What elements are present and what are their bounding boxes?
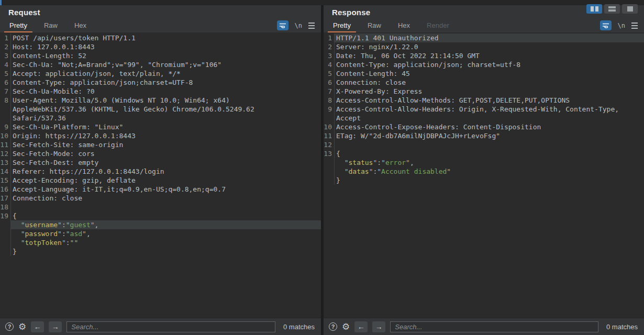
side-by-side-layout-button[interactable] — [586, 4, 602, 14]
line-text: Connection: close — [335, 78, 644, 87]
line-number: 7 — [324, 87, 335, 96]
word-wrap-toggle-button[interactable] — [277, 20, 288, 30]
help-icon[interactable]: ? — [329, 322, 337, 331]
previous-match-button[interactable]: ← — [31, 321, 44, 332]
request-panel-title: Request — [8, 8, 40, 17]
line-text — [335, 140, 644, 149]
request-tab-raw[interactable]: Raw — [39, 19, 63, 32]
previous-match-button[interactable]: ← — [354, 321, 368, 332]
line-number: 16 — [0, 185, 11, 194]
view-layout-switcher — [586, 4, 638, 14]
code-line: 8Access-Control-Allow-Methods: GET,POST,… — [324, 96, 644, 105]
request-tabs: Pretty Raw Hex \n — [0, 19, 321, 32]
line-number: 2 — [324, 42, 335, 51]
editor-menu-icon[interactable] — [308, 23, 315, 29]
line-text: "datas":"Account disabled" — [335, 167, 644, 176]
response-tab-raw[interactable]: Raw — [362, 19, 386, 32]
line-text: Sec-Fetch-Dest: empty — [11, 158, 321, 167]
response-tab-hex[interactable]: Hex — [393, 19, 415, 32]
newline-toggle[interactable]: \n — [295, 22, 302, 29]
line-number: 3 — [0, 51, 11, 60]
line-text: POST /api/users/token HTTP/1.1 — [11, 34, 321, 42]
line-number: 12 — [0, 149, 11, 158]
line-number — [324, 176, 335, 185]
line-text: Sec-Ch-Ua-Mobile: ?0 — [11, 87, 321, 96]
code-line: 12 — [324, 140, 644, 149]
code-line: 3Content-Length: 52 — [0, 51, 321, 60]
response-search-input[interactable] — [390, 321, 598, 332]
line-number: 6 — [324, 78, 335, 87]
stacked-layout-button[interactable] — [604, 4, 620, 14]
editor-menu-icon[interactable] — [631, 23, 638, 29]
line-number: 5 — [324, 69, 335, 78]
single-layout-button[interactable] — [622, 4, 638, 14]
line-number — [0, 220, 11, 229]
line-number — [0, 105, 11, 114]
search-settings-gear-icon[interactable]: ⚙ — [342, 322, 350, 331]
code-line: "datas":"Account disabled" — [324, 167, 644, 176]
line-number: 10 — [0, 131, 11, 140]
line-number: 13 — [324, 149, 335, 158]
line-number: 10 — [324, 122, 335, 131]
line-number — [324, 158, 335, 167]
line-text: Connection: close — [11, 194, 321, 203]
next-match-button[interactable]: → — [372, 321, 385, 332]
line-number: 9 — [324, 105, 335, 114]
line-text: Server: nginx/1.22.0 — [335, 42, 644, 51]
code-line: 2Host: 127.0.0.1:8443 — [0, 42, 321, 51]
line-text: Date: Thu, 06 Oct 2022 21:14:50 GMT — [335, 51, 644, 60]
code-line: "status":"error", — [324, 158, 644, 167]
word-wrap-toggle-button[interactable] — [600, 20, 612, 30]
code-line: 7Sec-Ch-Ua-Mobile: ?0 — [0, 87, 321, 96]
code-line: 5Accept: application/json, text/plain, *… — [0, 69, 321, 78]
request-editor[interactable]: 1POST /api/users/token HTTP/1.12Host: 12… — [0, 32, 321, 318]
line-text: Accept-Encoding: gzip, deflate — [11, 176, 321, 185]
response-panel: Response Pretty Raw Hex Render \n — [324, 5, 644, 335]
response-tabs: Pretty Raw Hex Render \n — [324, 19, 644, 32]
line-number: 4 — [324, 60, 335, 69]
line-number — [0, 114, 11, 122]
request-panel: Request Pretty Raw Hex \n — [0, 5, 321, 335]
search-settings-gear-icon[interactable]: ⚙ — [18, 322, 26, 331]
line-text: Referer: https://127.0.0.1:8443/login — [11, 167, 321, 176]
response-tab-render[interactable]: Render — [421, 19, 454, 32]
line-text: Content-Type: application/json;charset=U… — [11, 78, 321, 87]
code-line: 7X-Powered-By: Express — [324, 87, 644, 96]
request-tab-pretty[interactable]: Pretty — [4, 19, 32, 32]
line-text: "status":"error", — [335, 158, 644, 167]
code-line: 12Sec-Fetch-Mode: cors — [0, 149, 321, 158]
line-number: 5 — [0, 69, 11, 78]
code-line: 3Date: Thu, 06 Oct 2022 21:14:50 GMT — [324, 51, 644, 60]
line-text: Accept: application/json, text/plain, */… — [11, 69, 321, 78]
line-text: Sec-Ch-Ua: "Not;A=Brand";v="99", "Chromi… — [11, 60, 321, 69]
help-icon[interactable]: ? — [5, 322, 14, 331]
request-search-input[interactable] — [66, 321, 275, 332]
line-text: Access-Control-Allow-Methods: GET,POST,D… — [335, 96, 644, 105]
line-number: 12 — [324, 140, 335, 149]
line-number: 1 — [0, 34, 11, 42]
code-line: 1HTTP/1.1 401 Unauthorized — [324, 34, 644, 42]
code-line: 18 — [0, 203, 321, 211]
response-editor[interactable]: 1HTTP/1.1 401 Unauthorized2Server: nginx… — [324, 32, 644, 318]
code-line: 4Sec-Ch-Ua: "Not;A=Brand";v="99", "Chrom… — [0, 60, 321, 69]
response-panel-title: Response — [332, 8, 370, 17]
code-line: 15Accept-Encoding: gzip, deflate — [0, 176, 321, 185]
code-line: 13Sec-Fetch-Dest: empty — [0, 158, 321, 167]
response-tab-pretty[interactable]: Pretty — [328, 19, 356, 32]
code-line: 10Access-Control-Expose-Headers: Content… — [324, 122, 644, 131]
line-text: Sec-Ch-Ua-Platform: "Linux" — [11, 122, 321, 131]
code-line: 9Access-Control-Allow-Headers: Origin, X… — [324, 105, 644, 114]
line-number: 15 — [0, 176, 11, 185]
line-number: 7 — [0, 87, 11, 96]
line-number — [324, 114, 335, 122]
code-line: 11ETag: W/"2d-db7A6milNjDBPAJcJH+rLevoFs… — [324, 131, 644, 140]
response-match-count: 0 matches — [606, 323, 638, 331]
line-text: "username":"guest", — [11, 220, 321, 229]
request-search-bar: ? ⚙ ← → 0 matches — [0, 318, 321, 335]
request-tab-hex[interactable]: Hex — [69, 19, 92, 32]
newline-toggle[interactable]: \n — [618, 22, 625, 29]
next-match-button[interactable]: → — [49, 321, 62, 332]
line-number: 2 — [0, 42, 11, 51]
code-line: 11Sec-Fetch-Site: same-origin — [0, 140, 321, 149]
code-line: } — [324, 176, 644, 185]
